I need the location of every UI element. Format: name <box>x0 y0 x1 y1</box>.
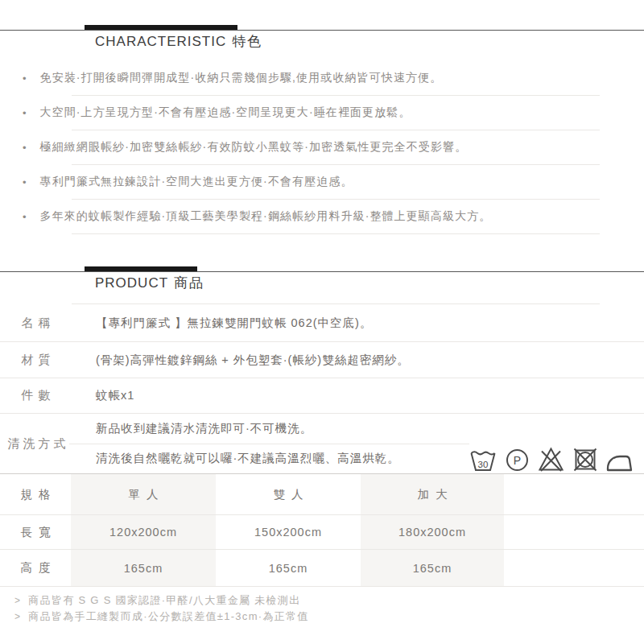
spec-column-header: 雙人 <box>216 474 361 514</box>
spec-row-label: 長寬 <box>0 515 71 549</box>
bullet-icon: • <box>23 142 27 153</box>
info-label: 名稱 <box>0 316 76 331</box>
no-bleach-icon <box>538 447 564 472</box>
note-caret: > <box>14 595 21 606</box>
spec-cell-empty <box>504 515 644 549</box>
feature-text: 專利門簾式無拉鍊設計·空間大進出更方便·不會有壓迫感。 <box>40 175 353 189</box>
info-row-material: 材質 (骨架)高彈性鍍鋅鋼絲 + 外包塑套·(帳紗)雙絲超密網紗。 <box>0 342 644 378</box>
feature-text: 免安裝·打開後瞬間彈開成型·收納只需幾個步驟,使用或收納皆可快速方便。 <box>40 71 443 85</box>
spec-row-label: 規格 <box>0 474 71 514</box>
heading-rule-line <box>0 30 644 31</box>
svg-text:P: P <box>514 454 521 467</box>
spec-cell: 180x200cm <box>361 515 504 549</box>
info-label: 清洗方式 <box>0 414 76 473</box>
bullet-icon: • <box>23 177 27 188</box>
info-row-name: 名稱 【專利門簾式 】無拉鍊雙開門蚊帳 062(中空底)。 <box>0 304 644 341</box>
section-title-zh: 特色 <box>232 34 262 49</box>
no-tumble-dry-icon <box>573 448 597 472</box>
spec-cell: 165cm <box>361 550 504 586</box>
feature-text: 多年來的蚊帳製作經驗·頂級工藝美學製程·鋼絲帳紗用料升級·整體上更顯高級大方。 <box>40 209 492 224</box>
info-label: 件數 <box>0 388 76 403</box>
spec-row-dimensions: 長寬 120x200cm 150x200cm 180x200cm <box>0 515 644 549</box>
product-rule <box>0 242 644 272</box>
section-title-zh: 商品 <box>174 275 204 291</box>
section-title-product: PRODUCT商品 <box>95 275 644 292</box>
feature-list: • 免安裝·打開後瞬間彈開成型·收納只需幾個步驟,使用或收納皆可快速方便。 • … <box>0 61 644 234</box>
iron-icon <box>606 451 633 472</box>
spec-cell: 150x200cm <box>216 515 361 549</box>
product-info-table: 名稱 【專利門簾式 】無拉鍊雙開門蚊帳 062(中空底)。 材質 (骨架)高彈性… <box>0 303 644 587</box>
spec-cell: 165cm <box>216 550 361 586</box>
bullet-icon: • <box>23 108 27 118</box>
info-value: (骨架)高彈性鍍鋅鋼絲 + 外包塑套·(帳紗)雙絲超密網紗。 <box>96 353 410 368</box>
feature-item: • 專利門簾式無拉鍊設計·空間大進出更方便·不會有壓迫感。 <box>0 165 644 199</box>
spec-cell-empty <box>504 550 644 586</box>
info-value: 蚊帳x1 <box>96 388 134 403</box>
note-item: > 商品皆為手工縫製而成·公分數誤差值±1-3cm·為正常值 <box>14 609 644 625</box>
note-item: > 商品皆有 S G S 國家認證·甲醛/八大重金屬 未檢測出 <box>14 592 644 609</box>
product-detail-page: CHARACTERISTIC特色 • 免安裝·打開後瞬間彈開成型·收納只需幾個步… <box>0 0 644 644</box>
wash-line-1: 新品收到建議清水清洗即可·不可機洗。 <box>96 414 312 444</box>
spec-row-height: 高度 165cm 165cm 165cm <box>0 550 644 586</box>
section-title-en: CHARACTERISTIC <box>95 34 226 49</box>
heading-rule-line <box>0 271 644 272</box>
bullet-icon: • <box>23 212 27 222</box>
divider <box>0 586 644 587</box>
feature-text: 極細緻網眼帳紗·加密雙絲帳紗·有效防蚊小黑蚊等·加密透氣性更完全不受影響。 <box>40 140 468 155</box>
feature-item: • 多年來的蚊帳製作經驗·頂級工藝美學製程·鋼絲帳紗用料升級·整體上更顯高級大方… <box>0 200 644 233</box>
characteristic-rule <box>0 0 644 31</box>
spec-cell-empty <box>504 474 644 514</box>
note-text: 商品皆有 S G S 國家認證·甲醛/八大重金屬 未檢測出 <box>28 593 300 608</box>
divider <box>72 233 600 234</box>
spec-row-label: 高度 <box>0 550 71 586</box>
wash-instructions-row: 清洗方式 新品收到建議清水清洗即可·不可機洗。 清洗後自然曬乾就可以囉·不建議高… <box>0 414 644 473</box>
spec-column-header: 單人 <box>71 474 216 514</box>
section-title-en: PRODUCT <box>95 275 168 291</box>
info-value: 【專利門簾式 】無拉鍊雙開門蚊帳 062(中空底)。 <box>96 316 372 331</box>
wash-line-2: 清洗後自然曬乾就可以囉·不建議高溫烈曬、高溫烘乾。 <box>96 444 400 473</box>
note-caret: > <box>14 611 21 622</box>
feature-item: • 極細緻網眼帳紗·加密雙絲帳紗·有效防蚊小黑蚊等·加密透氣性更完全不受影響。 <box>0 130 644 164</box>
info-row-quantity: 件數 蚊帳x1 <box>0 378 644 413</box>
spec-header-row: 規格 單人 雙人 加大 <box>0 474 644 514</box>
dry-clean-p-icon: P <box>506 448 529 472</box>
spec-cell: 120x200cm <box>71 515 216 549</box>
spec-table: 規格 單人 雙人 加大 長寬 120x200cm 150x200cm 180x2… <box>0 474 644 587</box>
feature-item: • 大空間·上方呈現方型·不會有壓迫感·空間呈現更大·睡在裡面更放鬆。 <box>0 96 644 130</box>
note-text: 商品皆為手工縫製而成·公分數誤差值±1-3cm·為正常值 <box>28 609 308 624</box>
feature-text: 大空間·上方呈現方型·不會有壓迫感·空間呈現更大·睡在裡面更放鬆。 <box>40 105 411 120</box>
spec-cell: 165cm <box>71 550 216 586</box>
bullet-icon: • <box>23 73 27 84</box>
feature-item: • 免安裝·打開後瞬間彈開成型·收納只需幾個步驟,使用或收納皆可快速方便。 <box>0 61 644 95</box>
footer-notes: > 商品皆有 S G S 國家認證·甲醛/八大重金屬 未檢測出 > 商品皆為手工… <box>14 592 644 625</box>
care-symbol-icons: 30 P <box>469 447 633 472</box>
info-label: 材質 <box>0 353 76 368</box>
spec-column-header: 加大 <box>361 474 504 514</box>
svg-text:30: 30 <box>478 460 489 469</box>
wash-30-icon: 30 <box>469 448 497 472</box>
section-title-characteristic: CHARACTERISTIC特色 <box>95 33 644 51</box>
